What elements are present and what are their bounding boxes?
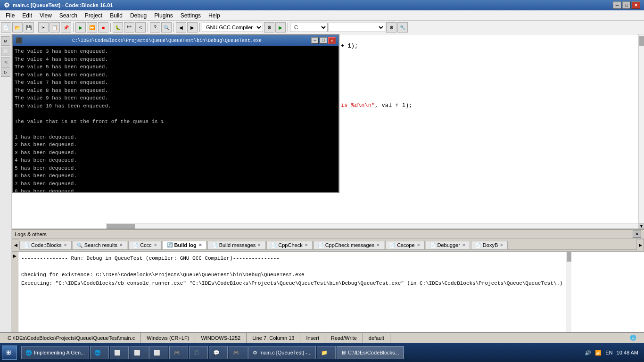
tray-network-icon: 🔊 bbox=[585, 350, 591, 356]
menu-settings[interactable]: Settings bbox=[177, 11, 205, 20]
menu-edit[interactable]: Edit bbox=[18, 11, 36, 20]
scrollbar-down-arrow[interactable]: ▼ bbox=[639, 223, 644, 229]
tab-codeblocks-close[interactable]: ✕ bbox=[64, 243, 67, 247]
sidebar-icon-4[interactable]: ▷ bbox=[1, 67, 10, 77]
log-scroll-arrow[interactable]: ▶ bbox=[13, 254, 17, 258]
taskbar-item-5[interactable]: ⬜ bbox=[149, 346, 168, 359]
cut-button[interactable]: ✂ bbox=[38, 22, 49, 33]
menu-help[interactable]: Help bbox=[205, 11, 224, 20]
taskbar-item-8[interactable]: 💬 bbox=[209, 346, 228, 359]
title-bar: ⚙ main.c [QueueTest] - Code::Blocks 16.0… bbox=[0, 0, 644, 10]
search-online-button[interactable]: 🔍 bbox=[161, 22, 172, 33]
console-close-button[interactable]: ✕ bbox=[328, 37, 336, 44]
taskbar-item-implementing[interactable]: 🌐 Implementing A Gen... bbox=[21, 346, 89, 359]
taskbar-item-3[interactable]: ⬜ bbox=[110, 346, 129, 359]
menu-build[interactable]: Build bbox=[106, 11, 126, 20]
taskbar-item-4[interactable]: ⬜ bbox=[130, 346, 149, 359]
console-line: The value 9 has been enqueued. bbox=[15, 94, 337, 102]
tray-lang[interactable]: EN bbox=[605, 350, 612, 355]
compiler-select[interactable]: GNU GCC Compiler bbox=[202, 23, 263, 32]
tab-cscope-close[interactable]: ✕ bbox=[417, 243, 421, 247]
tab-cppchkmsg-label: CppCheck messages bbox=[325, 242, 375, 248]
code-hscrollbar[interactable] bbox=[106, 223, 638, 229]
paste-button[interactable]: 📌 bbox=[61, 22, 71, 33]
run-to-cursor-button[interactable]: ⏩ bbox=[87, 22, 97, 33]
console-maximize-button[interactable]: □ bbox=[320, 37, 327, 44]
tab-codeblocks[interactable]: 📄 Code::Blocks ✕ bbox=[19, 241, 72, 249]
next-button[interactable]: ▶ bbox=[187, 22, 198, 33]
console-line: The value 7 has been enqueued. bbox=[15, 79, 337, 87]
vars-btn[interactable]: ⚙ bbox=[386, 22, 396, 33]
tab-buildmsg-close[interactable]: ✕ bbox=[257, 243, 261, 247]
tab-search-close[interactable]: ✕ bbox=[119, 243, 123, 247]
uncomment-button[interactable]: < bbox=[135, 22, 146, 33]
debug-button[interactable]: 🐛 bbox=[113, 22, 123, 33]
taskbar-item-ie[interactable]: 🌐 bbox=[90, 346, 109, 359]
logs-close-button[interactable]: ✕ bbox=[633, 230, 641, 238]
tab-debugger-close[interactable]: ✕ bbox=[462, 243, 466, 247]
menu-debug[interactable]: Debug bbox=[126, 11, 150, 20]
tab-search-results[interactable]: 🔍 Search results ✕ bbox=[73, 241, 127, 249]
tab-cccc-icon: 📄 bbox=[132, 243, 138, 248]
menu-project[interactable]: Project bbox=[81, 11, 106, 20]
run-build-btn[interactable]: ▶ bbox=[275, 22, 286, 33]
tab-cppcheck[interactable]: 📄 CppCheck ✕ bbox=[266, 241, 312, 249]
taskbar-item-9[interactable]: 🎮 bbox=[229, 346, 248, 359]
tab-cppcheck-close[interactable]: ✕ bbox=[305, 243, 308, 247]
comment-button[interactable]: /** bbox=[124, 22, 134, 33]
help-button[interactable]: ? bbox=[150, 22, 160, 33]
tab-doxy-label: DoxyB bbox=[483, 242, 498, 248]
taskbar-item-main[interactable]: ⚙ main.c [QueueTest] -... bbox=[248, 346, 316, 359]
taskbar-item-console[interactable]: 🖥 C:\IDEs\CodeBlocks... bbox=[337, 346, 404, 359]
tab-cccc-close[interactable]: ✕ bbox=[154, 243, 157, 247]
tabs-scroll-right[interactable]: ▶ bbox=[636, 239, 644, 251]
system-tray: 🔊 📶 EN 10:48 AM bbox=[581, 350, 642, 356]
prev-button[interactable]: ◀ bbox=[176, 22, 186, 33]
sidebar-icon-1[interactable]: M bbox=[1, 36, 10, 46]
console-line: The value that is at the front of the qu… bbox=[15, 118, 337, 126]
taskbar-item-10[interactable]: 📁 bbox=[317, 346, 336, 359]
editor-vscrollbar[interactable]: ▼ bbox=[638, 34, 644, 229]
tab-cppcheck-messages[interactable]: 📄 CppCheck messages ✕ bbox=[314, 241, 385, 249]
stop-button[interactable]: ■ bbox=[98, 22, 108, 33]
menu-view[interactable]: View bbox=[36, 11, 56, 20]
maximize-button[interactable]: □ bbox=[622, 1, 631, 9]
open-button[interactable]: 📂 bbox=[12, 22, 23, 33]
gdb-select[interactable]: C bbox=[290, 23, 328, 32]
run-button[interactable]: ▶ bbox=[75, 22, 86, 33]
status-access: Read/Write bbox=[325, 333, 363, 343]
console-line: 4 has been dequeued. bbox=[15, 156, 337, 165]
menu-search[interactable]: Search bbox=[56, 11, 81, 20]
copy-button[interactable]: 📋 bbox=[50, 22, 60, 33]
tab-build-messages[interactable]: 📄 Build messages ✕ bbox=[207, 241, 266, 249]
menu-file[interactable]: File bbox=[2, 11, 18, 20]
taskbar-console-icon: 🖥 bbox=[341, 350, 346, 355]
save-button[interactable]: 💾 bbox=[24, 22, 34, 33]
new-button[interactable]: 📄 bbox=[1, 22, 11, 33]
tab-cscope[interactable]: 📄 Cscope ✕ bbox=[385, 241, 424, 249]
start-button[interactable]: ⊞ bbox=[2, 346, 17, 360]
tab-buildlog-close[interactable]: ✕ bbox=[198, 243, 202, 247]
tab-cppchkmsg-close[interactable]: ✕ bbox=[376, 243, 380, 247]
build-btn[interactable]: ⚙ bbox=[264, 22, 274, 33]
log-scroll-left[interactable]: ▶ bbox=[12, 252, 18, 332]
minimize-button[interactable]: ─ bbox=[613, 1, 621, 9]
tab-cccc[interactable]: 📄 Cccc ✕ bbox=[128, 241, 161, 249]
sidebar-icon-2[interactable]: ⬜ bbox=[1, 47, 10, 56]
menu-plugins[interactable]: Plugins bbox=[150, 11, 176, 20]
sidebar-icon-3[interactable]: ◁ bbox=[1, 57, 10, 66]
taskbar-item-6[interactable]: 🎮 bbox=[169, 346, 188, 359]
tab-doxy[interactable]: 📄 DoxyB ✕ bbox=[471, 241, 508, 249]
console-minimize-button[interactable]: ─ bbox=[311, 37, 319, 44]
close-button[interactable]: ✕ bbox=[632, 1, 640, 9]
log-scrollbar[interactable] bbox=[566, 252, 571, 332]
taskbar-item-7[interactable]: 🎵 bbox=[189, 346, 208, 359]
toolbar-row-1: 📄 📂 💾 ✂ 📋 📌 ▶ ⏩ ■ 🐛 /** < ? 🔍 ◀ ▶ GNU GC… bbox=[1, 22, 643, 33]
settings-btn2[interactable]: 🔧 bbox=[397, 22, 408, 33]
console-line: 6 has been dequeued. bbox=[15, 172, 337, 180]
tab-debugger[interactable]: 📄 Debugger ✕ bbox=[426, 241, 470, 249]
tab-build-log[interactable]: 🔄 Build log ✕ bbox=[163, 241, 206, 249]
tabs-scroll-left[interactable]: ◀ bbox=[12, 239, 19, 251]
vars-select[interactable] bbox=[329, 23, 385, 32]
tab-doxy-close[interactable]: ✕ bbox=[500, 243, 504, 247]
